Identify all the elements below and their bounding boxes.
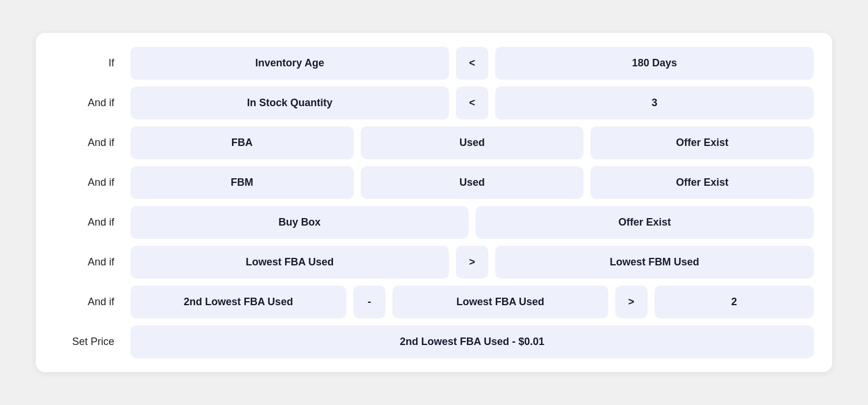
row-label: And if (54, 256, 124, 268)
rule-row: And ifIn Stock Quantity<3 (54, 87, 814, 119)
operator-chip[interactable]: > (456, 246, 488, 279)
condition-chip[interactable]: Buy Box (130, 206, 469, 239)
condition-chip[interactable]: 2nd Lowest FBA Used - $0.01 (130, 325, 814, 358)
condition-chip[interactable]: Used (361, 166, 584, 199)
row-label: Set Price (54, 336, 124, 348)
condition-chip[interactable]: Offer Exist (590, 166, 814, 199)
row-label: And if (54, 296, 124, 308)
condition-chip[interactable]: FBM (130, 166, 354, 199)
condition-chip[interactable]: Lowest FBM Used (495, 246, 814, 279)
rule-row: And ifLowest FBA Used>Lowest FBM Used (54, 246, 814, 279)
condition-chip[interactable]: 2 (654, 286, 814, 318)
operator-chip[interactable]: < (456, 47, 488, 80)
row-label: And if (54, 137, 124, 149)
condition-chip[interactable]: Lowest FBA Used (392, 286, 608, 318)
operator-chip[interactable]: < (456, 87, 488, 119)
rule-row: And ifBuy BoxOffer Exist (54, 206, 814, 239)
rule-row: And ifFBAUsedOffer Exist (54, 126, 814, 159)
row-label: If (54, 57, 124, 69)
condition-chip[interactable]: 180 Days (495, 47, 814, 80)
condition-chip[interactable]: In Stock Quantity (130, 87, 449, 119)
row-label: And if (54, 177, 124, 189)
condition-chip[interactable]: 3 (495, 87, 814, 119)
condition-chip[interactable]: Offer Exist (476, 206, 814, 239)
condition-chip[interactable]: Used (361, 126, 584, 159)
condition-chip[interactable]: Inventory Age (130, 47, 449, 80)
rule-row: Set Price2nd Lowest FBA Used - $0.01 (54, 325, 814, 358)
rules-card: IfInventory Age<180 DaysAnd ifIn Stock Q… (36, 33, 832, 372)
rule-row: And ifFBMUsedOffer Exist (54, 166, 814, 199)
row-label: And if (54, 97, 124, 109)
operator-chip[interactable]: > (615, 286, 648, 318)
rule-row: IfInventory Age<180 Days (54, 47, 814, 80)
operator-chip[interactable]: - (353, 286, 386, 318)
condition-chip[interactable]: 2nd Lowest FBA Used (130, 286, 346, 318)
condition-chip[interactable]: Offer Exist (590, 126, 814, 159)
rule-row: And if2nd Lowest FBA Used-Lowest FBA Use… (54, 286, 814, 318)
row-label: And if (54, 216, 124, 228)
condition-chip[interactable]: Lowest FBA Used (130, 246, 449, 279)
condition-chip[interactable]: FBA (130, 126, 354, 159)
